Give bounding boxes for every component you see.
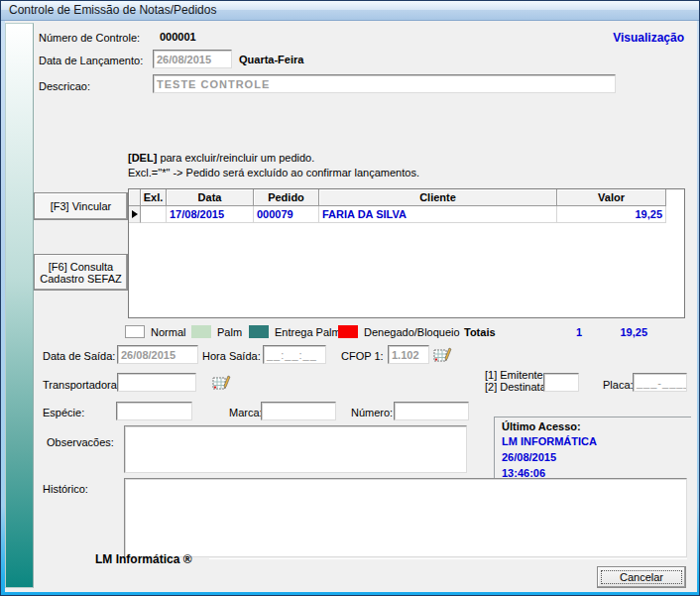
cfop-input[interactable]: 1.102 — [388, 345, 429, 364]
legend-swatch-denegado — [338, 325, 358, 338]
descricao-label: Descricao: — [39, 80, 90, 92]
title-bar[interactable]: Controle de Emissão de Notas/Pedidos — [1, 1, 699, 21]
grid-header-row: Exl. Data Pedido Cliente Valor — [129, 189, 684, 206]
legend-label-denegado: Denegado/Bloqueio — [364, 326, 460, 338]
data-saida-label: Data de Saída: — [43, 350, 115, 362]
legend-swatch-palm — [191, 325, 211, 338]
emitente-label: [1] Emitente — [485, 369, 543, 381]
marca-input[interactable] — [261, 402, 336, 420]
data-saida-input[interactable]: 26/08/2015 — [117, 345, 198, 364]
observacoes-label: Observacões: — [47, 436, 114, 448]
especie-label: Espécie: — [43, 407, 84, 418]
ultimo-acesso-date: 26/08/2015 — [502, 451, 556, 463]
weekday-label: Quarta-Feira — [239, 54, 303, 65]
totais-value: 19,25 — [600, 326, 647, 338]
del-hint-line: [DEL] para excluir/reincluir um pedido. — [128, 152, 314, 164]
footer-divider — [209, 558, 687, 559]
ultimo-acesso-panel: Último Acesso: LM INFORMÁTICA 26/08/2015… — [494, 417, 691, 478]
legend-label-normal: Normal — [151, 326, 185, 338]
window-title: Controle de Emissão de Notas/Pedidos — [9, 3, 216, 17]
legend-label-entrega-palm: Entrega Palm — [275, 326, 341, 338]
totais-count: 1 — [576, 326, 582, 338]
f6-label-line2: Cadastro SEFAZ — [40, 273, 122, 285]
f3-vincular-label: [F3] Vincular — [51, 200, 112, 212]
numero-input[interactable] — [394, 402, 469, 420]
placa-label: Placa: — [603, 379, 634, 391]
especie-input[interactable] — [116, 402, 192, 420]
mode-label: Visualização — [613, 31, 684, 45]
transportadora-lookup-icon[interactable] — [212, 374, 231, 393]
cfop-lookup-icon[interactable] — [433, 346, 452, 365]
row-indicator-cell — [129, 206, 141, 223]
del-hint-rest: para excluir/reincluir um pedido. — [157, 152, 314, 164]
del-key-label: [DEL] — [128, 152, 157, 164]
grid-header-cliente: Cliente — [319, 189, 557, 206]
historico-textarea[interactable] — [124, 478, 687, 557]
numero-label: Número: — [351, 407, 393, 418]
grid-header-indicator — [129, 189, 141, 206]
cancel-button[interactable]: Cancelar — [597, 566, 686, 588]
pedidos-grid[interactable]: Exl. Data Pedido Cliente Valor 17/08/201… — [128, 188, 685, 318]
numero-controle-label: Número de Controle: — [39, 32, 140, 44]
brand-label: LM Informática ® — [95, 552, 192, 566]
cell-cliente: FARIA DA SILVA — [319, 206, 557, 223]
legend-label-palm: Palm — [217, 326, 242, 338]
f3-vincular-button[interactable]: [F3] Vincular — [34, 192, 128, 220]
f6-consulta-sefaz-button[interactable]: [F6] Consulta Cadastro SEFAZ — [34, 254, 128, 291]
totais-label: Totais — [464, 326, 496, 338]
grid-header-pedido: Pedido — [254, 189, 319, 206]
cfop-label: CFOP 1: — [341, 350, 384, 362]
cell-pedido: 000079 — [254, 206, 319, 223]
grid-header-valor: Valor — [557, 189, 666, 206]
transportadora-input[interactable] — [117, 373, 196, 392]
data-lancamento-input[interactable]: 26/08/2015 — [153, 50, 232, 68]
ultimo-acesso-title: Último Acesso: — [502, 420, 581, 432]
emitente-destinatario-input[interactable] — [543, 373, 579, 392]
legend-swatch-normal — [125, 325, 145, 338]
hora-saida-input[interactable]: __:__:__ — [263, 345, 326, 364]
observacoes-textarea[interactable] — [124, 425, 467, 473]
grid-header-exl: Exl. — [141, 189, 167, 206]
marca-label: Marca: — [229, 407, 263, 418]
table-row[interactable]: 17/08/2015 000079 FARIA DA SILVA 19,25 — [129, 206, 684, 223]
excl-hint-line: Excl.="*" -> Pedido será excluído ao con… — [128, 167, 419, 179]
descricao-input[interactable]: TESTE CONTROLE — [153, 74, 616, 93]
cell-valor: 19,25 — [557, 206, 666, 223]
historico-label: Histórico: — [43, 483, 88, 495]
numero-controle-value: 000001 — [160, 31, 196, 43]
data-lancamento-label: Data de Lançamento: — [39, 55, 143, 66]
app-window: Controle de Emissão de Notas/Pedidos Vis… — [0, 0, 700, 596]
cancel-focus-ring — [601, 570, 682, 584]
cell-exl — [141, 206, 167, 223]
ultimo-acesso-user: LM INFORMÁTICA — [502, 435, 597, 447]
hora-saida-label: Hora Saída: — [202, 350, 261, 362]
legend-swatch-entrega-palm — [249, 325, 269, 338]
transportadora-label: Transportadora: — [43, 379, 120, 391]
sidebar-gradient-strip — [5, 23, 34, 588]
row-indicator-arrow-icon — [132, 210, 138, 218]
f6-label-line1: [F6] Consulta — [49, 261, 113, 273]
cell-data: 17/08/2015 — [167, 206, 254, 223]
form-client-area: Visualização Número de Controle: 000001 … — [5, 21, 697, 592]
placa-input[interactable]: ___-____ — [633, 373, 687, 392]
grid-header-data: Data — [167, 189, 254, 206]
